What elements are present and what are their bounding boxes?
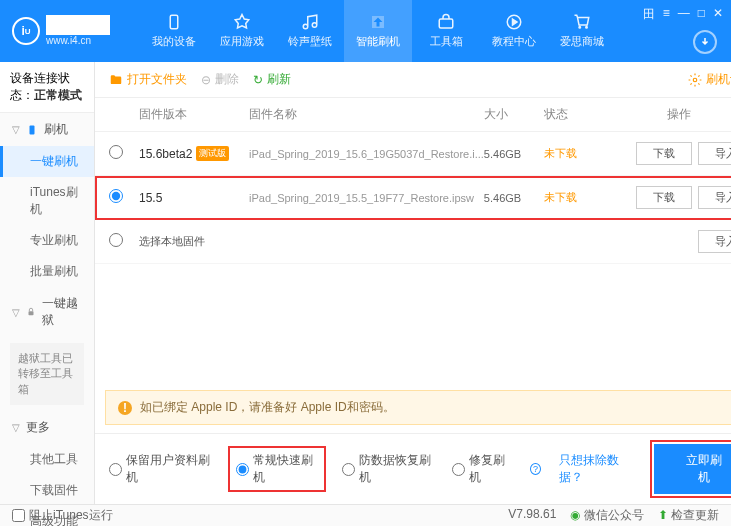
svg-point-5 <box>693 78 697 82</box>
flash-settings-button[interactable]: 刷机设置 <box>688 71 731 88</box>
sidebar-item-pro[interactable]: 专业刷机 <box>0 225 94 256</box>
footer: 阻止iTunes运行 V7.98.61 ◉ 微信公众号 ⬆ 检查更新 <box>0 504 731 526</box>
main-nav: 我的设备 应用游戏 铃声壁纸 智能刷机 工具箱 教程中心 爱思商城 <box>140 0 616 62</box>
erase-only-link[interactable]: 只想抹除数据？ <box>559 452 636 486</box>
delete-button[interactable]: ⊖删除 <box>201 71 239 88</box>
import-button[interactable]: 导入 <box>698 230 731 253</box>
wechat-link[interactable]: ◉ 微信公众号 <box>570 507 643 524</box>
nav-device[interactable]: 我的设备 <box>140 0 208 62</box>
minimize-icon[interactable]: — <box>678 6 690 23</box>
import-button[interactable]: 导入 <box>698 186 731 209</box>
app-logo: iU 爱思助手 www.i4.cn <box>12 15 110 46</box>
firmware-radio[interactable] <box>109 189 123 203</box>
opt-quick[interactable]: 常规快速刷机 <box>230 448 323 490</box>
lock-icon[interactable]: ≡ <box>663 6 670 23</box>
app-name: 爱思助手 <box>46 15 110 34</box>
download-button[interactable]: 下载 <box>636 142 692 165</box>
maximize-icon[interactable]: □ <box>698 6 705 23</box>
opt-repair[interactable]: 修复刷机 <box>452 452 512 486</box>
firmware-row[interactable]: 15.6beta2测试版 iPad_Spring_2019_15.6_19G50… <box>95 132 731 176</box>
menu-icon[interactable]: 田 <box>643 6 655 23</box>
flash-now-button[interactable]: 立即刷机 <box>654 444 731 494</box>
app-url: www.i4.cn <box>46 35 110 47</box>
sidebar-group-flash[interactable]: ▽刷机 <box>0 113 94 146</box>
close-icon[interactable]: ✕ <box>713 6 723 23</box>
download-button[interactable]: 下载 <box>636 186 692 209</box>
svg-rect-3 <box>30 125 35 134</box>
jailbreak-note: 越狱工具已转移至工具箱 <box>10 343 84 405</box>
flash-options: 保留用户资料刷机 常规快速刷机 防数据恢复刷机 修复刷机 ? 只想抹除数据？ 立… <box>95 433 731 504</box>
import-button[interactable]: 导入 <box>698 142 731 165</box>
logo-icon: iU <box>12 17 40 45</box>
appleid-warning: ! 如已绑定 Apple ID，请准备好 Apple ID和密码。 ✕ <box>105 390 731 425</box>
svg-rect-1 <box>439 19 453 28</box>
opt-keep-data[interactable]: 保留用户资料刷机 <box>109 452 212 486</box>
sidebar-item-batch[interactable]: 批量刷机 <box>0 256 94 287</box>
svg-rect-0 <box>170 15 178 29</box>
firmware-radio[interactable] <box>109 233 123 247</box>
titlebar: iU 爱思助手 www.i4.cn 我的设备 应用游戏 铃声壁纸 智能刷机 工具… <box>0 0 731 62</box>
main-panel: 打开文件夹 ⊖删除 ↻刷新 刷机设置 固件版本 固件名称 大小 状态 操作 15… <box>95 62 731 504</box>
nav-apps[interactable]: 应用游戏 <box>208 0 276 62</box>
table-header: 固件版本 固件名称 大小 状态 操作 <box>95 98 731 132</box>
check-update-link[interactable]: ⬆ 检查更新 <box>658 507 719 524</box>
nav-store[interactable]: 爱思商城 <box>548 0 616 62</box>
sidebar-group-jailbreak[interactable]: ▽一键越狱 <box>0 287 94 337</box>
sidebar-item-oneclick[interactable]: 一键刷机 <box>0 146 94 177</box>
nav-tools[interactable]: 工具箱 <box>412 0 480 62</box>
info-icon[interactable]: ? <box>530 463 541 475</box>
sidebar-item-other[interactable]: 其他工具 <box>0 444 94 475</box>
refresh-button[interactable]: ↻刷新 <box>253 71 291 88</box>
window-controls: 田 ≡ — □ ✕ <box>643 6 723 23</box>
toolbar: 打开文件夹 ⊖删除 ↻刷新 刷机设置 <box>95 62 731 98</box>
version-label: V7.98.61 <box>508 507 556 524</box>
local-firmware-row[interactable]: 选择本地固件 导入 <box>95 220 731 264</box>
block-itunes-checkbox[interactable]: 阻止iTunes运行 <box>12 507 113 524</box>
opt-anti-recovery[interactable]: 防数据恢复刷机 <box>342 452 434 486</box>
download-indicator[interactable] <box>693 30 717 54</box>
connection-status: 设备连接状态：正常模式 <box>0 62 94 113</box>
nav-flash[interactable]: 智能刷机 <box>344 0 412 62</box>
warning-icon: ! <box>118 401 132 415</box>
sidebar-group-more[interactable]: ▽更多 <box>0 411 94 444</box>
firmware-row[interactable]: 15.5 iPad_Spring_2019_15.5_19F77_Restore… <box>95 176 731 220</box>
sidebar-item-itunes[interactable]: iTunes刷机 <box>0 177 94 225</box>
nav-tutorials[interactable]: 教程中心 <box>480 0 548 62</box>
svg-rect-4 <box>29 311 34 315</box>
firmware-radio[interactable] <box>109 145 123 159</box>
open-folder-button[interactable]: 打开文件夹 <box>109 71 187 88</box>
sidebar: 设备连接状态：正常模式 ▽刷机 一键刷机 iTunes刷机 专业刷机 批量刷机 … <box>0 62 95 504</box>
sidebar-item-download[interactable]: 下载固件 <box>0 475 94 506</box>
nav-ringtones[interactable]: 铃声壁纸 <box>276 0 344 62</box>
